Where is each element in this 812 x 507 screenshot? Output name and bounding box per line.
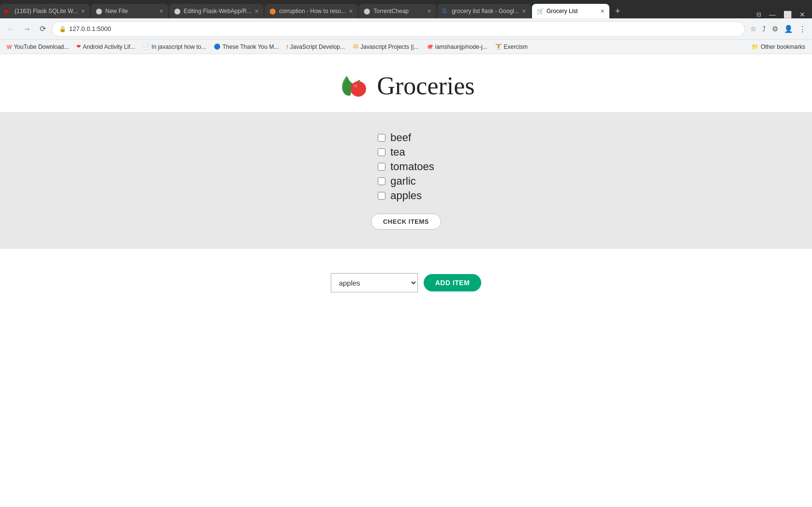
new-tab-button[interactable]: + xyxy=(610,4,625,18)
tab-close-icon[interactable]: ✕ xyxy=(81,8,85,14)
profile-button[interactable]: 👤 xyxy=(782,23,795,35)
other-bookmarks-button[interactable]: 📁 Other bookmarks xyxy=(749,43,808,51)
address-bar[interactable]: 🔒 127.0.0.1:5000 xyxy=(52,21,745,37)
youtube-icon: ▶ xyxy=(5,8,12,14)
bookmark-star-button[interactable]: ☆ xyxy=(748,23,758,35)
minimize-icon[interactable]: — xyxy=(767,11,778,18)
tab-close-icon[interactable]: ✕ xyxy=(349,8,353,14)
bookmark-label: Android Activity Lif... xyxy=(83,43,135,50)
url-text: 127.0.0.1:5000 xyxy=(69,25,111,32)
item-checkbox-tomatoes[interactable] xyxy=(378,163,385,171)
list-item[interactable]: tomatoes xyxy=(378,160,434,173)
bookmark-javascript-how[interactable]: 📄 In javascript how to... xyxy=(140,43,209,51)
window-controls: ⊟ — ⬜ ✕ xyxy=(754,11,812,18)
list-item[interactable]: tea xyxy=(378,146,405,159)
tab-label: corruption - How to reso... xyxy=(279,8,346,14)
item-checkbox-garlic[interactable] xyxy=(378,177,385,185)
item-label: tea xyxy=(390,146,405,159)
bookmark-label: iamshaunjp/node-j... xyxy=(435,43,487,50)
bookmark-icon: f xyxy=(287,44,288,50)
item-label: garlic xyxy=(390,175,416,188)
forward-button[interactable]: → xyxy=(20,23,34,35)
bookmark-thank-you[interactable]: 🔵 These Thank You M... xyxy=(211,43,282,51)
nav-icons: ☆ ⤴ ⚙ 👤 ⋮ xyxy=(748,23,808,35)
extensions-button[interactable]: ⚙ xyxy=(770,23,780,35)
bookmark-youtube-downloader[interactable]: W YouTube Download... xyxy=(4,43,72,51)
item-label: apples xyxy=(390,189,422,202)
bookmark-label: Javascript Projects ||... xyxy=(360,43,418,50)
page-content: Groceries beef tea tomatoes garlic ap xyxy=(0,54,812,470)
back-button[interactable]: ← xyxy=(4,23,17,35)
tab-close-icon[interactable]: ✕ xyxy=(600,8,605,14)
tab-close-icon[interactable]: ✕ xyxy=(254,8,259,14)
bookmark-label: In javascript how to... xyxy=(151,43,206,50)
bookmark-iamshaunjp[interactable]: 🐙 iamshaunjp/node-j... xyxy=(424,43,490,51)
bookmark-exercism[interactable]: 🏋 Exercism xyxy=(492,43,531,51)
bookmark-icon: JS xyxy=(353,44,358,49)
svg-point-0 xyxy=(351,81,366,97)
menu-button[interactable]: ⋮ xyxy=(797,23,808,35)
tab-bar: ▶ (1163) Flask SQLite W... ✕ ⬤ New File … xyxy=(0,0,812,18)
item-checkbox-tea[interactable] xyxy=(378,148,385,156)
item-label: tomatoes xyxy=(390,160,434,173)
bookmark-label: YouTube Download... xyxy=(14,43,69,50)
grocery-section: beef tea tomatoes garlic apples CHECK IT… xyxy=(0,112,812,249)
list-item[interactable]: apples xyxy=(378,189,422,202)
grocery-list: beef tea tomatoes garlic apples xyxy=(378,131,434,202)
tab-grocery-google[interactable]: G grocery list flask - Googl... ✕ xyxy=(437,4,531,18)
tab-torrentcheap[interactable]: ⬤ TorrentCheap ✕ xyxy=(359,4,436,18)
add-item-button[interactable]: ADD ITEM xyxy=(424,274,482,291)
bookmark-android-activity[interactable]: ❤ Android Activity Lif... xyxy=(74,43,138,51)
tab-grocery-list[interactable]: 🛒 Grocery List ✕ xyxy=(532,4,609,18)
nav-bar: ← → ⟳ 🔒 127.0.0.1:5000 ☆ ⤴ ⚙ 👤 ⋮ xyxy=(0,18,812,40)
google-icon: G xyxy=(442,8,449,14)
tab-label: TorrentCheap xyxy=(373,8,409,14)
reload-button[interactable]: ⟳ xyxy=(37,22,49,35)
app-header: Groceries xyxy=(0,54,812,112)
maximize-icon[interactable]: ⬜ xyxy=(782,11,794,18)
bookmark-label: These Thank You M... xyxy=(222,43,279,50)
item-label: beef xyxy=(390,131,411,144)
page-icon: 🛒 xyxy=(537,8,544,14)
share-button[interactable]: ⤴ xyxy=(760,23,768,35)
tab-close-icon[interactable]: ✕ xyxy=(427,8,431,14)
bookmark-icon: W xyxy=(7,44,12,50)
tab-label: grocery list flask - Googl... xyxy=(452,8,519,14)
app-logo xyxy=(337,69,371,102)
bookmarks-bar: W YouTube Download... ❤ Android Activity… xyxy=(0,40,812,54)
check-items-button[interactable]: CHECK ITEMS xyxy=(371,214,441,230)
item-checkbox-beef[interactable] xyxy=(378,134,385,142)
bookmark-label: JavaScript Develop... xyxy=(290,43,345,50)
logo-svg xyxy=(337,69,371,102)
generic-icon: ⬤ xyxy=(364,8,370,14)
svg-point-1 xyxy=(354,85,357,87)
bookmark-icon: 🏋 xyxy=(495,43,502,50)
lock-icon: 🔒 xyxy=(59,26,66,32)
tab-new-file[interactable]: ⬤ New File ✕ xyxy=(91,4,168,18)
bookmark-icon: ❤ xyxy=(76,43,81,50)
tab-list-icon[interactable]: ⊟ xyxy=(754,11,763,18)
list-item[interactable]: garlic xyxy=(378,175,416,188)
github-icon: ⬤ xyxy=(96,8,103,14)
bookmark-js-develop[interactable]: f JavaScript Develop... xyxy=(284,43,348,51)
bookmark-js-projects[interactable]: JS Javascript Projects ||... xyxy=(350,43,422,51)
item-select[interactable]: beef tea tomatoes garlic apples xyxy=(331,273,418,292)
tab-label: Grocery List xyxy=(546,8,578,14)
bookmark-label: Exercism xyxy=(504,43,528,50)
folder-icon: 📁 xyxy=(752,43,759,50)
github-bookmark-icon: 🐙 xyxy=(427,43,433,50)
close-icon[interactable]: ✕ xyxy=(797,11,807,18)
item-checkbox-apples[interactable] xyxy=(378,192,385,200)
tab-editing-flask[interactable]: ⬤ Editing Flask-WebApp/R... ✕ xyxy=(169,4,264,18)
app-title: Groceries xyxy=(377,72,474,100)
tab-close-icon[interactable]: ✕ xyxy=(522,8,526,14)
browser-chrome: ▶ (1163) Flask SQLite W... ✕ ⬤ New File … xyxy=(0,0,812,54)
list-item[interactable]: beef xyxy=(378,131,411,144)
tab-flask-sqlite[interactable]: ▶ (1163) Flask SQLite W... ✕ xyxy=(0,4,90,18)
tab-label: Editing Flask-WebApp/R... xyxy=(184,8,252,14)
tab-corruption[interactable]: ⬤ corruption - How to reso... ✕ xyxy=(265,4,358,18)
stackoverflow-icon: ⬤ xyxy=(269,8,276,14)
github-icon: ⬤ xyxy=(174,8,181,14)
tab-label: (1163) Flask SQLite W... xyxy=(15,8,78,14)
tab-close-icon[interactable]: ✕ xyxy=(159,8,163,14)
